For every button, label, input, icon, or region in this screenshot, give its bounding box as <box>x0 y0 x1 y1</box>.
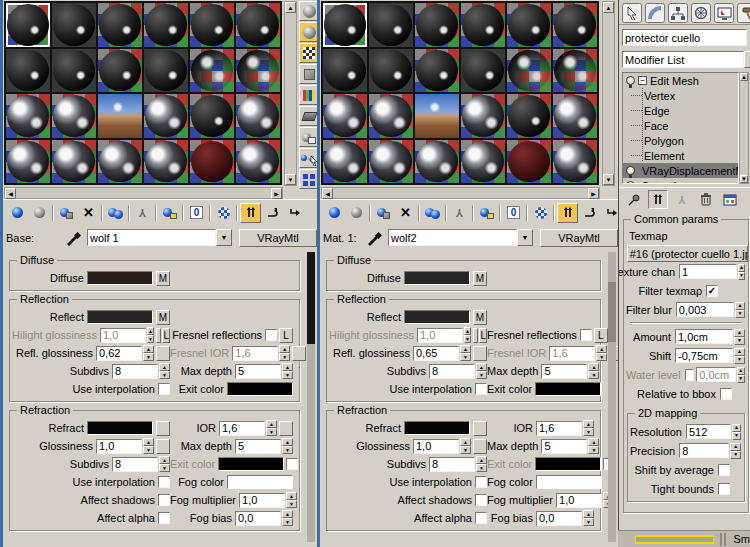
refract-map-button[interactable] <box>156 421 170 436</box>
material-slot[interactable] <box>553 94 597 138</box>
material-slot[interactable] <box>190 140 234 184</box>
refl-use-interpolation-checkbox[interactable] <box>475 383 487 395</box>
material-slot[interactable] <box>323 49 367 93</box>
material-name-value[interactable]: wolf 1 <box>87 229 216 246</box>
slots-horizontal-scrollbar[interactable]: ◀ ▶ <box>4 187 283 199</box>
material-name-dropdown[interactable]: wolf2 ▼ <box>388 229 533 246</box>
scroll-down-icon[interactable]: ▼ <box>740 175 748 183</box>
material-type-button[interactable]: VRayMtl <box>540 229 618 247</box>
reset-map-button[interactable]: ✕ <box>395 203 416 223</box>
sample-type-sphere-button[interactable] <box>299 1 317 21</box>
put-material-to-scene-button[interactable] <box>346 203 367 223</box>
material-slot[interactable] <box>461 94 505 138</box>
fog-color-swatch[interactable] <box>227 475 293 489</box>
amount-field[interactable]: 1,0cm <box>675 329 733 344</box>
refr-max-depth-spinner[interactable]: ▲▼ <box>588 438 599 454</box>
refr-glossiness-field[interactable]: 1,0 <box>96 439 142 454</box>
stack-scrollbar[interactable]: ▲ ▼ <box>739 72 749 184</box>
material-slot[interactable] <box>415 3 459 47</box>
shift-by-average-checkbox[interactable] <box>718 464 730 476</box>
tight-bounds-checkbox[interactable] <box>718 483 730 495</box>
go-to-parent-button[interactable] <box>579 203 600 223</box>
refl-max-depth-field[interactable]: 5 <box>541 364 587 379</box>
object-name-field[interactable]: protector cuello <box>622 29 747 46</box>
fog-bias-field[interactable]: 0,0 <box>536 511 582 526</box>
material-slot[interactable] <box>415 49 459 93</box>
fresnel-ior-spinner[interactable]: ▲▼ <box>279 345 290 361</box>
eyedropper-icon[interactable] <box>65 230 83 246</box>
refr-exit-color-checkbox[interactable] <box>286 458 298 470</box>
material-slot[interactable] <box>52 94 96 138</box>
refl-max-depth-spinner[interactable]: ▲▼ <box>588 363 599 379</box>
reflect-map-button[interactable]: M <box>473 310 487 325</box>
affect-shadows-checkbox[interactable] <box>158 494 170 506</box>
fog-bias-spinner[interactable]: ▲▼ <box>282 510 293 526</box>
material-slot[interactable] <box>323 94 367 138</box>
relative-bbox-checkbox[interactable] <box>720 388 732 400</box>
ior-field[interactable]: 1,6 <box>219 421 265 436</box>
make-material-copy-button[interactable] <box>105 203 126 223</box>
hilight-glossiness-field[interactable]: 1,0 <box>100 328 146 343</box>
water-level-spinner[interactable]: ▲▼ <box>737 367 745 383</box>
material-slot[interactable] <box>98 94 142 138</box>
show-map-in-viewport-button[interactable] <box>530 203 551 223</box>
refl-exit-color-swatch[interactable] <box>227 382 293 396</box>
reset-map-button[interactable]: ✕ <box>78 203 99 223</box>
dropdown-arrow-icon[interactable]: ▼ <box>744 51 750 68</box>
texmap-button[interactable]: ap #16 (protector cuello 1.jpg) <box>627 245 748 262</box>
dropdown-arrow-icon[interactable]: ▼ <box>216 229 232 246</box>
backlight-button[interactable] <box>299 22 317 42</box>
params-scrollbar-thumb[interactable] <box>608 282 616 342</box>
refr-subdivs-spinner[interactable]: ▲▼ <box>159 456 170 472</box>
refl-subdivs-spinner[interactable]: ▲▼ <box>159 363 170 379</box>
reflect-color-swatch[interactable] <box>404 310 470 324</box>
material-slot[interactable] <box>461 140 505 184</box>
fresnel-ior-spinner[interactable]: ▲▼ <box>596 345 607 361</box>
material-slot[interactable] <box>52 49 96 93</box>
refr-use-interpolation-checkbox[interactable] <box>475 476 487 488</box>
refl-use-interpolation-checkbox[interactable] <box>158 383 170 395</box>
material-slot[interactable] <box>190 49 234 93</box>
scroll-up-icon[interactable]: ▲ <box>603 2 614 13</box>
slots-vertical-scrollbar[interactable]: ▲ ▼ <box>602 1 615 186</box>
ior-field[interactable]: 1,6 <box>536 421 582 436</box>
pin-stack-button[interactable] <box>624 190 644 209</box>
refl-glossiness-map-button[interactable] <box>473 346 487 361</box>
fresnel-lock-button[interactable]: L <box>279 328 293 343</box>
go-forward-to-sibling-button[interactable] <box>284 203 305 223</box>
dropdown-arrow-icon[interactable]: ▼ <box>517 229 533 246</box>
assign-material-to-selection-button[interactable] <box>56 203 77 223</box>
material-slot[interactable] <box>6 94 50 138</box>
select-by-material-button[interactable] <box>299 148 317 168</box>
create-arrow-button[interactable] <box>622 3 642 23</box>
material-slot[interactable] <box>415 94 459 138</box>
params-scrollbar[interactable] <box>608 252 616 542</box>
material-slot[interactable] <box>98 3 142 47</box>
refract-color-swatch[interactable] <box>404 421 470 435</box>
material-slot[interactable] <box>507 49 551 93</box>
scroll-right-icon[interactable]: ▶ <box>271 188 282 199</box>
material-slot[interactable] <box>144 140 188 184</box>
stack-item-smooth[interactable]: Smooth <box>623 178 738 184</box>
go-forward-to-sibling-button[interactable] <box>601 203 618 223</box>
show-end-result-button[interactable] <box>240 203 261 223</box>
make-unique-button[interactable]: Y <box>132 203 153 223</box>
fresnel-ior-field[interactable]: 1,6 <box>232 346 278 361</box>
ior-spinner[interactable]: ▲▼ <box>583 420 594 436</box>
motion-button[interactable] <box>691 3 711 23</box>
refr-max-depth-field[interactable]: 5 <box>541 439 587 454</box>
material-id-channel-button[interactable]: 0 <box>503 203 524 223</box>
fog-color-swatch[interactable] <box>536 475 602 489</box>
refl-max-depth-field[interactable]: 5 <box>235 364 281 379</box>
params-scrollbar[interactable] <box>307 252 315 542</box>
stack-item-vraydisplacementmod[interactable]: VRayDisplacementMod <box>623 163 738 178</box>
material-slot[interactable] <box>236 140 280 184</box>
resolution-field[interactable]: 512 <box>686 424 731 439</box>
refl-subdivs-spinner[interactable]: ▲▼ <box>476 363 487 379</box>
stack-item-polygon[interactable]: Polygon <box>623 133 738 148</box>
scroll-down-icon[interactable]: ▼ <box>285 174 296 185</box>
material-slot[interactable] <box>369 140 413 184</box>
affect-alpha-checkbox[interactable] <box>475 512 487 524</box>
refr-glossiness-map-button[interactable] <box>473 439 487 454</box>
modifier-bulb-icon[interactable] <box>626 76 635 85</box>
